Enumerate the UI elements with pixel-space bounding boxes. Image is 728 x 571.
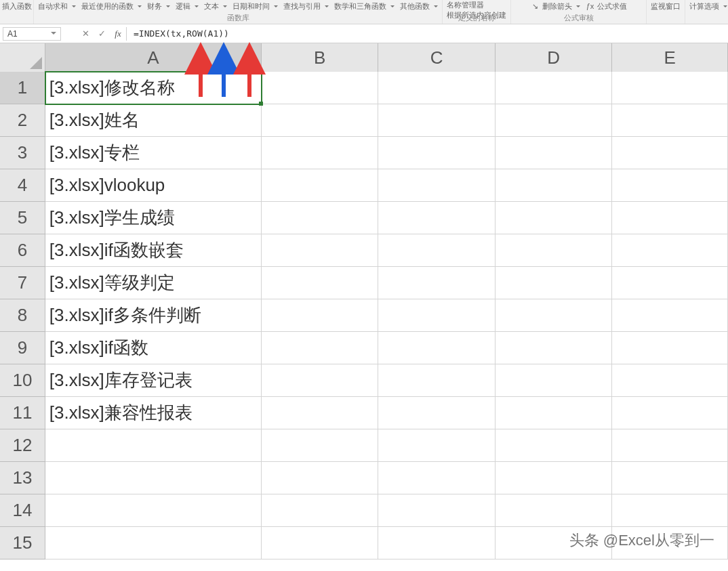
- row-header-8[interactable]: 8: [0, 299, 45, 332]
- cell-C9[interactable]: [378, 332, 496, 364]
- column-header-B[interactable]: B: [262, 43, 379, 72]
- name-box[interactable]: A1: [3, 27, 61, 41]
- row-header-3[interactable]: 3: [0, 137, 45, 169]
- cell-B5[interactable]: [262, 202, 379, 234]
- cell-D3[interactable]: [496, 137, 613, 169]
- row-header-7[interactable]: 7: [0, 267, 45, 299]
- row-header-2[interactable]: 2: [0, 104, 45, 137]
- cell-E12[interactable]: [612, 429, 728, 462]
- row-header-6[interactable]: 6: [0, 234, 45, 267]
- cell-C14[interactable]: [378, 494, 496, 527]
- cell-E1[interactable]: [612, 72, 728, 104]
- enter-button[interactable]: ✓: [94, 27, 110, 41]
- ribbon-lookup[interactable]: 查找与引用: [282, 1, 330, 12]
- cell-E13[interactable]: [612, 462, 728, 494]
- row-header-4[interactable]: 4: [0, 169, 45, 202]
- cell-B8[interactable]: [262, 299, 379, 332]
- cell-D4[interactable]: [496, 169, 613, 202]
- cell-A8[interactable]: [3.xlsx]if多条件判断: [45, 299, 262, 332]
- column-header-E[interactable]: E: [612, 43, 728, 72]
- cell-B7[interactable]: [262, 267, 379, 299]
- ribbon-datetime[interactable]: 日期和时间: [231, 1, 279, 12]
- cell-E8[interactable]: [612, 299, 728, 332]
- ribbon-text[interactable]: 文本: [203, 1, 228, 12]
- row-header-13[interactable]: 13: [0, 462, 45, 494]
- cell-A1[interactable]: [3.xlsx]修改名称: [45, 72, 262, 104]
- ribbon-math[interactable]: 数学和三角函数: [333, 1, 396, 12]
- cell-C3[interactable]: [378, 137, 496, 169]
- cell-C7[interactable]: [378, 267, 496, 299]
- cell-C13[interactable]: [378, 462, 496, 494]
- cell-A12[interactable]: [45, 429, 262, 462]
- cell-C1[interactable]: [378, 72, 496, 104]
- cell-A6[interactable]: [3.xlsx]if函数嵌套: [45, 234, 262, 267]
- cell-D14[interactable]: [496, 494, 613, 527]
- cell-C12[interactable]: [378, 429, 496, 462]
- cell-B11[interactable]: [262, 397, 379, 429]
- cell-B4[interactable]: [262, 169, 379, 202]
- cell-D8[interactable]: [496, 299, 613, 332]
- cell-E2[interactable]: [612, 104, 728, 137]
- cell-D10[interactable]: [496, 364, 613, 397]
- cancel-button[interactable]: ✕: [77, 27, 94, 41]
- row-header-12[interactable]: 12: [0, 429, 45, 462]
- ribbon-other[interactable]: 其他函数: [399, 1, 439, 12]
- cell-C11[interactable]: [378, 397, 496, 429]
- ribbon-recent[interactable]: 最近使用的函数: [80, 1, 143, 12]
- row-header-15[interactable]: 15: [0, 527, 45, 559]
- cell-D2[interactable]: [496, 104, 613, 137]
- cell-C8[interactable]: [378, 299, 496, 332]
- ribbon-logical[interactable]: 逻辑: [174, 1, 200, 12]
- cell-E14[interactable]: [612, 494, 728, 527]
- ribbon-financial[interactable]: 财务: [146, 1, 171, 12]
- cell-A5[interactable]: [3.xlsx]学生成绩: [45, 202, 262, 234]
- cell-B15[interactable]: [262, 527, 379, 559]
- cell-B14[interactable]: [262, 494, 379, 527]
- cell-E11[interactable]: [612, 397, 728, 429]
- cell-D13[interactable]: [496, 462, 613, 494]
- cell-A14[interactable]: [45, 494, 262, 527]
- row-header-9[interactable]: 9: [0, 332, 45, 364]
- cell-E4[interactable]: [612, 169, 728, 202]
- cell-B13[interactable]: [262, 462, 379, 494]
- row-header-10[interactable]: 10: [0, 364, 45, 397]
- cell-E9[interactable]: [612, 332, 728, 364]
- cell-C15[interactable]: [378, 527, 496, 559]
- cell-A13[interactable]: [45, 462, 262, 494]
- ribbon-insert-function[interactable]: 插入函数: [1, 1, 33, 12]
- cell-C6[interactable]: [378, 234, 496, 267]
- name-box-dropdown-icon[interactable]: [51, 32, 56, 37]
- cell-E3[interactable]: [612, 137, 728, 169]
- column-header-D[interactable]: D: [496, 43, 613, 72]
- ribbon-evaluate-formula[interactable]: ƒx公式求值: [584, 1, 628, 12]
- cell-E7[interactable]: [612, 267, 728, 299]
- cell-A9[interactable]: [3.xlsx]if函数: [45, 332, 262, 364]
- cell-C2[interactable]: [378, 104, 496, 137]
- column-header-C[interactable]: C: [378, 43, 496, 72]
- cell-B3[interactable]: [262, 137, 379, 169]
- cell-A2[interactable]: [3.xlsx]姓名: [45, 104, 262, 137]
- cell-E10[interactable]: [612, 364, 728, 397]
- cell-A15[interactable]: [45, 527, 262, 559]
- cell-D1[interactable]: [496, 72, 613, 104]
- cell-C10[interactable]: [378, 364, 496, 397]
- ribbon-autosum[interactable]: 自动求和: [37, 1, 77, 12]
- cell-A10[interactable]: [3.xlsx]库存登记表: [45, 364, 262, 397]
- cell-A4[interactable]: [3.xlsx]vlookup: [45, 169, 262, 202]
- cell-D9[interactable]: [496, 332, 613, 364]
- cell-A11[interactable]: [3.xlsx]兼容性报表: [45, 397, 262, 429]
- cell-B2[interactable]: [262, 104, 379, 137]
- cell-D5[interactable]: [496, 202, 613, 234]
- cell-D15[interactable]: [496, 527, 613, 559]
- row-header-14[interactable]: 14: [0, 494, 45, 527]
- cell-B6[interactable]: [262, 234, 379, 267]
- cell-E5[interactable]: [612, 202, 728, 234]
- cell-B9[interactable]: [262, 332, 379, 364]
- cell-D12[interactable]: [496, 429, 613, 462]
- ribbon-calc-options[interactable]: 计算选项: [688, 1, 728, 12]
- column-header-A[interactable]: A: [45, 43, 262, 72]
- row-header-5[interactable]: 5: [0, 202, 45, 234]
- cell-A7[interactable]: [3.xlsx]等级判定: [45, 267, 262, 299]
- cell-D7[interactable]: [496, 267, 613, 299]
- cell-D11[interactable]: [496, 397, 613, 429]
